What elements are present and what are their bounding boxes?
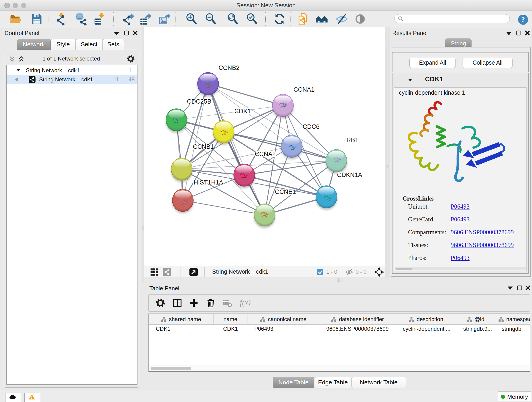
graph-node-HIST1H1A[interactable] <box>172 189 193 213</box>
tab-node-table[interactable]: Node Table <box>273 377 314 388</box>
crosslink-link[interactable]: P06493 <box>451 254 470 262</box>
tab-network[interactable]: Network <box>17 39 51 50</box>
warnings-button[interactable] <box>24 393 40 402</box>
toolbar-separator <box>290 12 291 26</box>
horizontal-splitter[interactable] <box>144 278 532 282</box>
column-header-name[interactable]: name <box>214 314 247 325</box>
crosslink-link[interactable]: P06493 <box>451 216 470 223</box>
show-all-icon[interactable] <box>315 13 328 26</box>
table-panel-float-icon[interactable] <box>517 285 522 291</box>
control-panel-float-icon[interactable] <box>124 30 129 36</box>
protein-details-scrollbar-thumb[interactable] <box>395 268 412 270</box>
export-image-icon[interactable] <box>158 13 171 26</box>
import-network-icon[interactable] <box>55 13 68 26</box>
column-header--id[interactable]: @id <box>456 314 495 325</box>
zoom-out-icon[interactable] <box>204 13 217 26</box>
grid-view-icon[interactable] <box>149 267 159 277</box>
hidden-eye-icon[interactable] <box>345 268 353 276</box>
show-columns-icon[interactable] <box>172 298 183 308</box>
horizontal-splitter-handle[interactable] <box>337 279 341 282</box>
network-row-selected[interactable]: String Network – cdk1 11 48 <box>7 75 137 84</box>
cell-name[interactable]: CDK1 <box>214 325 247 334</box>
column-header-shared-name[interactable]: shared name <box>149 314 214 325</box>
crosslink-link[interactable]: P06493 <box>451 203 470 210</box>
open-session-icon[interactable] <box>9 13 22 26</box>
tab-style[interactable]: Style <box>51 39 76 50</box>
results-panel-float-icon[interactable] <box>516 30 521 36</box>
delete-column-icon[interactable] <box>206 298 216 308</box>
column-header-canonical-name[interactable]: canonical name <box>247 314 319 325</box>
crosslink-link[interactable]: 9606.ENSP00000378699 <box>451 242 514 249</box>
network-canvas[interactable]: CCNB2CCNA1CDC25BCDK1CDC6RB1CCNB1CCNA2CDK… <box>144 27 385 266</box>
table-panel-close-icon[interactable] <box>525 285 531 291</box>
network-graph[interactable]: CCNB2CCNA1CDC25BCDK1CDC6RB1CCNB1CCNA2CDK… <box>144 27 385 266</box>
protein-section-expander-icon[interactable] <box>408 79 412 81</box>
graph-node-CCNB2[interactable] <box>197 72 219 97</box>
results-panel-close-icon[interactable] <box>525 30 530 36</box>
selected-checkbox-icon[interactable] <box>317 269 323 275</box>
export-network-icon[interactable] <box>122 13 135 26</box>
tab-edge-table[interactable]: Edge Table <box>315 377 351 388</box>
column-header-namespace[interactable]: namespace <box>495 314 530 325</box>
protein-details-scrollbar[interactable] <box>395 267 526 270</box>
cell-description[interactable]: cyclin-dependent ... <box>396 325 456 334</box>
control-panel-close-icon[interactable] <box>133 30 138 36</box>
table-row[interactable]: CDK1CDK1P064939606.ENSP00000378699cyclin… <box>149 325 530 334</box>
cloud-button[interactable] <box>5 393 21 402</box>
network-options-gear-icon[interactable] <box>127 55 135 63</box>
tab-sets[interactable]: Sets <box>103 39 124 50</box>
cell-shared-name[interactable]: CDK1 <box>149 325 214 334</box>
memory-button[interactable]: Memory <box>498 391 531 402</box>
graph-node-CDKN1A[interactable] <box>316 186 337 210</box>
graph-node-CCNA2[interactable] <box>234 164 255 188</box>
left-splitter-handle[interactable] <box>142 226 144 230</box>
right-splitter-handle[interactable] <box>386 165 389 168</box>
table-panel-collapse-icon[interactable] <box>508 287 513 290</box>
tab-select[interactable]: Select <box>76 39 103 50</box>
graph-node-CDC25B[interactable] <box>166 109 187 133</box>
expand-all-button[interactable]: Expand All <box>409 58 456 68</box>
zoom-in-icon[interactable] <box>185 13 198 26</box>
toggle-graphics-icon[interactable] <box>354 13 367 26</box>
graph-node-CDK1[interactable] <box>213 121 234 145</box>
add-column-icon[interactable] <box>189 298 199 308</box>
export-table-icon[interactable] <box>139 13 152 26</box>
import-database-icon[interactable] <box>74 13 87 26</box>
control-panel-collapse-icon[interactable] <box>114 32 119 35</box>
table-h-scrollbar-thumb[interactable] <box>151 367 191 370</box>
tab-network-table[interactable]: Network Table <box>351 377 406 388</box>
table-options-gear-icon[interactable] <box>155 298 166 308</box>
birds-eye-view-icon[interactable] <box>189 267 198 277</box>
left-splitter[interactable] <box>142 27 144 282</box>
search-field[interactable] <box>394 14 510 23</box>
cell--id[interactable]: stringdb:9... <box>456 325 495 334</box>
save-session-icon[interactable] <box>30 13 43 26</box>
cell-database-identifier[interactable]: 9606.ENSP00000378699 <box>319 325 396 334</box>
network-view-icon[interactable] <box>162 267 172 277</box>
help-button[interactable]: ? <box>517 14 529 26</box>
fit-selected-crosshair-icon[interactable] <box>374 267 385 277</box>
collapse-all-button[interactable]: Collapse All <box>462 58 513 68</box>
import-table-icon[interactable] <box>94 13 106 26</box>
graph-node-RB1[interactable] <box>326 149 347 174</box>
cell-namespace[interactable]: stringdb <box>495 325 530 334</box>
column-header-description[interactable]: description <box>396 314 456 325</box>
crosslink-link[interactable]: 9606.ENSP00000378699 <box>451 229 514 236</box>
hide-selected-icon[interactable] <box>336 13 348 26</box>
table-h-scrollbar[interactable] <box>149 366 530 371</box>
zoom-fit-icon[interactable] <box>226 13 239 26</box>
search-input[interactable] <box>405 15 506 22</box>
column-header-database-identifier[interactable]: database identifier <box>319 314 396 325</box>
network-collection-row[interactable]: String Network – cdk1 1 <box>7 66 137 75</box>
refresh-layout-icon[interactable] <box>273 13 286 26</box>
graph-node-CCNB1[interactable] <box>171 158 192 182</box>
right-splitter[interactable] <box>385 27 390 282</box>
cell-canonical-name[interactable]: P06493 <box>247 325 319 334</box>
graph-node-CDC6[interactable] <box>281 135 302 159</box>
collection-expander-icon[interactable] <box>16 69 20 71</box>
graph-node-CCNE1[interactable] <box>254 204 275 228</box>
results-panel-collapse-icon[interactable] <box>506 32 511 35</box>
graph-node-CCNA1[interactable] <box>272 94 293 119</box>
zoom-selected-icon[interactable] <box>246 13 259 26</box>
clone-network-icon[interactable] <box>297 13 310 26</box>
